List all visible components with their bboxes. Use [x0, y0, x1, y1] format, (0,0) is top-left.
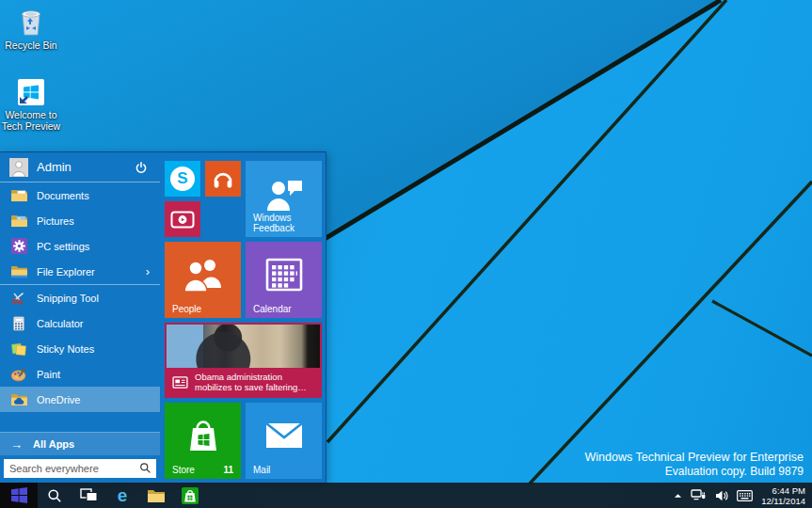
search-box: [4, 459, 156, 478]
tile-video[interactable]: [165, 201, 200, 237]
tile-store[interactable]: Store 11: [165, 403, 241, 479]
clock-date: 12/11/2014: [761, 496, 805, 506]
user-name: Admin: [37, 160, 121, 174]
tile-label: Windows Feedback: [253, 213, 313, 233]
desktop-icon-recycle-bin[interactable]: Recycle Bin: [0, 6, 62, 51]
menu-item-label: PC settings: [37, 241, 152, 252]
pictures-folder-icon: [9, 214, 28, 228]
desktop-icon-label: Welcome to Tech Preview: [0, 109, 62, 132]
windows-logo-icon: [11, 487, 27, 503]
watermark-line2: Evaluation copy. Build 9879: [584, 465, 804, 479]
menu-item-sticky-notes[interactable]: Sticky Notes: [0, 336, 160, 361]
start-button[interactable]: [0, 483, 38, 508]
pc-settings-gear-icon: [9, 238, 28, 254]
menu-item-onedrive[interactable]: OneDrive: [0, 387, 160, 412]
all-apps-label: All Apps: [33, 438, 74, 450]
tile-badge-count: 11: [223, 465, 233, 475]
menu-item-pc-settings[interactable]: PC settings: [0, 233, 160, 259]
video-player-icon: [165, 201, 200, 237]
menu-item-label: OneDrive: [37, 394, 152, 405]
taskbar-file-explorer-button[interactable]: [139, 483, 173, 508]
tile-calendar[interactable]: Calendar: [246, 242, 322, 318]
menu-item-label: Paint: [37, 369, 152, 380]
taskbar-clock[interactable]: 6:44 PM 12/11/2014: [761, 485, 805, 506]
onedrive-folder-icon: [9, 392, 28, 406]
tile-label: Calendar: [253, 304, 292, 314]
all-apps-button[interactable]: → All Apps: [0, 432, 160, 455]
tile-label: People: [172, 304, 201, 314]
evaluation-watermark: Windows Technical Preview for Enterprise…: [584, 450, 804, 479]
documents-folder-icon: [9, 188, 28, 202]
search-input[interactable]: [4, 459, 156, 478]
sticky-notes-icon: [9, 341, 28, 357]
file-explorer-folder-icon: [9, 264, 28, 278]
recycle-bin-icon: [0, 6, 62, 38]
folder-icon: [147, 488, 166, 503]
hidden-icons-chevron[interactable]: [674, 493, 682, 499]
calculator-icon: [9, 316, 28, 331]
menu-item-pictures[interactable]: Pictures: [0, 208, 160, 233]
volume-icon[interactable]: [715, 490, 728, 501]
tile-news[interactable]: Obama administration mobilizes to save f…: [165, 323, 322, 398]
desktop-icon-label: Recycle Bin: [0, 40, 62, 51]
task-view-button[interactable]: [72, 483, 105, 508]
search-magnifier-icon: [47, 488, 62, 503]
tile-label: Mail: [253, 465, 270, 475]
tile-people[interactable]: People: [165, 242, 241, 318]
news-headline: Obama administration mobilizes to save f…: [195, 372, 307, 393]
paint-palette-icon: [9, 367, 28, 382]
headphones-icon: [205, 161, 241, 197]
start-menu-tiles: S: [165, 152, 326, 483]
menu-item-calculator[interactable]: Calculator: [0, 310, 160, 336]
tile-skype[interactable]: S: [165, 161, 200, 197]
menu-item-label: Snipping Tool: [37, 293, 152, 304]
tile-label: Store: [172, 465, 195, 475]
skype-icon: S: [165, 161, 200, 197]
user-avatar: [9, 158, 28, 177]
menu-item-label: File Explorer: [37, 266, 137, 278]
start-menu-user-header[interactable]: Admin: [0, 152, 160, 182]
news-photo: [167, 325, 320, 368]
internet-explorer-icon: e: [118, 486, 128, 504]
touch-keyboard-icon[interactable]: [737, 490, 753, 501]
tile-mail[interactable]: Mail: [246, 403, 322, 479]
chevron-right-icon: ›: [146, 264, 152, 278]
menu-item-snipping-tool[interactable]: Snipping Tool: [0, 285, 160, 310]
desktop-icon-welcome-shortcut[interactable]: Welcome to Tech Preview: [0, 77, 62, 132]
taskbar-search-button[interactable]: [38, 483, 72, 508]
right-arrow-icon: →: [10, 437, 23, 452]
taskbar: e: [0, 483, 812, 508]
menu-item-file-explorer[interactable]: File Explorer ›: [0, 259, 160, 284]
menu-item-documents[interactable]: Documents: [0, 183, 160, 208]
power-button[interactable]: [130, 156, 152, 179]
welcome-shortcut-icon: [0, 77, 62, 107]
tile-music[interactable]: [205, 161, 241, 197]
menu-item-label: Sticky Notes: [37, 343, 152, 355]
menu-item-label: Pictures: [37, 215, 152, 227]
search-magnifier-icon[interactable]: [139, 462, 151, 474]
newspaper-icon: [172, 376, 188, 389]
snipping-tool-scissors-icon: [9, 291, 28, 305]
start-menu-left-column: Admin Documents: [0, 152, 160, 483]
power-icon: [135, 161, 148, 174]
tile-windows-feedback[interactable]: Windows Feedback: [246, 161, 322, 237]
taskbar-store-button[interactable]: [173, 483, 207, 508]
store-bag-icon: [182, 487, 199, 504]
menu-spacer: [0, 412, 160, 432]
start-menu: Admin Documents: [0, 151, 326, 483]
network-icon[interactable]: [691, 489, 707, 501]
clock-time: 6:44 PM: [761, 485, 805, 496]
menu-item-label: Documents: [37, 190, 152, 201]
task-view-icon: [80, 488, 98, 502]
watermark-line1: Windows Technical Preview for Enterprise: [584, 450, 804, 465]
windows-desktop: Recycle Bin Welcome to Tech Preview Wind…: [0, 0, 812, 508]
internet-explorer-button[interactable]: e: [105, 483, 139, 508]
menu-item-paint[interactable]: Paint: [0, 361, 160, 387]
news-banner: Obama administration mobilizes to save f…: [167, 368, 320, 396]
system-tray: 6:44 PM 12/11/2014: [674, 485, 812, 506]
menu-item-label: Calculator: [37, 318, 152, 329]
